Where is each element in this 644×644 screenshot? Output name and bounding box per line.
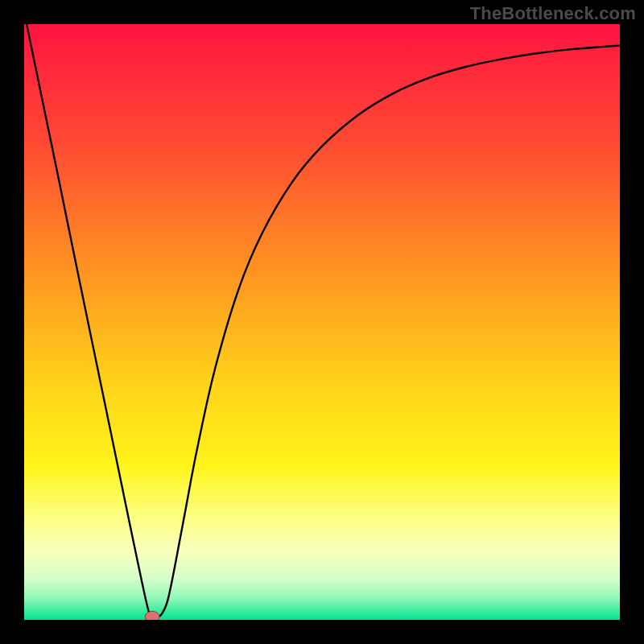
watermark-text: TheBottleneck.com [470, 3, 636, 24]
bottleneck-chart [24, 24, 620, 620]
plot-background [24, 24, 620, 620]
optimal-point-marker [145, 611, 159, 620]
chart-frame: TheBottleneck.com [0, 0, 644, 644]
